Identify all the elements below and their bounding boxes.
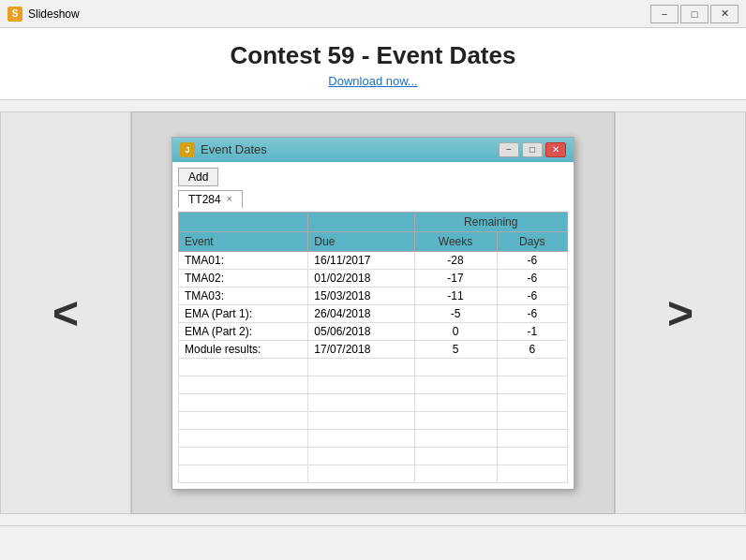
bottom-bar <box>0 525 746 560</box>
inner-window: J Event Dates − □ ✕ Add TT284 × <box>172 137 574 490</box>
table-row-empty <box>179 358 568 376</box>
tab-close-icon[interactable]: × <box>227 194 232 204</box>
table-row-empty <box>179 376 568 393</box>
inner-title-left: J Event Dates <box>180 142 267 157</box>
col-subheader-event: Event <box>179 231 308 251</box>
cell-weeks: -5 <box>414 304 497 322</box>
col-header-due <box>308 212 414 231</box>
cell-days: -1 <box>497 322 567 340</box>
prev-button[interactable]: < <box>0 111 131 514</box>
title-bar-controls: − □ ✕ <box>650 5 739 23</box>
table-row: EMA (Part 2): 05/06/2018 0 -1 <box>179 322 568 340</box>
cell-weeks: -28 <box>414 251 497 269</box>
cell-days: -6 <box>497 269 567 287</box>
cell-due: 01/02/2018 <box>308 269 414 287</box>
table-row-empty <box>179 447 568 464</box>
table-row-empty <box>179 429 568 447</box>
col-subheader-days: Days <box>497 231 567 251</box>
cell-event: EMA (Part 1): <box>179 304 308 322</box>
event-table: Remaining Event Due Weeks Days TMA01: 16… <box>178 212 568 483</box>
col-subheader-due: Due <box>308 231 414 251</box>
cell-weeks: 0 <box>414 322 497 340</box>
app-icon: S <box>7 7 22 22</box>
title-bar: S Slideshow − □ ✕ <box>0 0 746 28</box>
main-header: Contest 59 - Event Dates Download now... <box>0 28 746 100</box>
title-bar-left: S Slideshow <box>7 7 80 22</box>
inner-close-button[interactable]: ✕ <box>545 142 566 157</box>
table-row: TMA02: 01/02/2018 -17 -6 <box>179 269 568 287</box>
close-button[interactable]: ✕ <box>710 5 739 23</box>
tab-tt284[interactable]: TT284 × <box>178 190 243 208</box>
table-row: Module results: 17/07/2018 5 6 <box>179 340 568 358</box>
inner-maximize-button[interactable]: □ <box>522 142 543 157</box>
tab-label: TT284 <box>188 193 221 206</box>
cell-event: TMA01: <box>179 251 308 269</box>
add-button[interactable]: Add <box>178 168 218 186</box>
page-title: Contest 59 - Event Dates <box>19 41 727 70</box>
maximize-button[interactable]: □ <box>680 5 709 23</box>
table-row-empty <box>179 411 568 429</box>
cell-weeks: 5 <box>414 340 497 358</box>
cell-event: TMA03: <box>179 287 308 304</box>
window-title: Slideshow <box>28 7 80 21</box>
cell-due: 05/06/2018 <box>308 322 414 340</box>
cell-event: Module results: <box>179 340 308 358</box>
cell-due: 15/03/2018 <box>308 287 414 304</box>
inner-app-icon: J <box>180 142 195 157</box>
cell-days: -6 <box>497 287 567 304</box>
inner-title-controls: − □ ✕ <box>499 142 566 157</box>
cell-days: -6 <box>497 304 567 322</box>
slideshow-area: < J Event Dates − □ ✕ Add <box>0 100 746 525</box>
cell-event: TMA02: <box>179 269 308 287</box>
cell-weeks: -11 <box>414 287 497 304</box>
minimize-button[interactable]: − <box>650 5 679 23</box>
inner-title-bar: J Event Dates − □ ✕ <box>172 138 574 162</box>
col-subheader-weeks: Weeks <box>414 231 497 251</box>
table-row: TMA03: 15/03/2018 -11 -6 <box>179 287 568 304</box>
table-row: EMA (Part 1): 26/04/2018 -5 -6 <box>179 304 568 322</box>
cell-days: -6 <box>497 251 567 269</box>
cell-due: 17/07/2018 <box>308 340 414 358</box>
cell-weeks: -17 <box>414 269 497 287</box>
cell-days: 6 <box>497 340 567 358</box>
inner-minimize-button[interactable]: − <box>499 142 519 157</box>
table-row: TMA01: 16/11/2017 -28 -6 <box>179 251 568 269</box>
slide-content: J Event Dates − □ ✕ Add TT284 × <box>131 111 615 514</box>
cell-event: EMA (Part 2): <box>179 322 308 340</box>
cell-due: 26/04/2018 <box>308 304 414 322</box>
remaining-header: Remaining <box>414 212 568 231</box>
tab-row: TT284 × <box>178 190 568 208</box>
cell-due: 16/11/2017 <box>308 251 414 269</box>
table-row-empty <box>179 464 568 482</box>
inner-body: Add TT284 × Remaining <box>172 162 574 489</box>
next-button[interactable]: > <box>615 111 746 514</box>
col-header-event <box>179 212 308 231</box>
table-row-empty <box>179 393 568 411</box>
download-link[interactable]: Download now... <box>328 74 417 88</box>
inner-window-title: Event Dates <box>201 142 267 156</box>
